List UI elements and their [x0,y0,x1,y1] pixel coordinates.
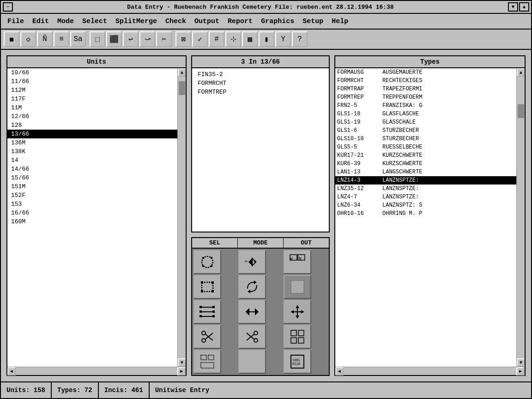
mode-lr-arrows-btn[interactable]: ⇐⇒ [238,250,266,274]
toolbar-btn-5[interactable]: Sa [70,31,86,47]
units-hscrollbar[interactable]: ◄ ► [7,367,186,375]
out-binary-btn[interactable]: 1001 0110 [284,350,311,374]
maximize-button[interactable]: ▲ [519,2,529,12]
unit-list-item[interactable]: 153 [7,200,177,208]
types-hscroll-track[interactable] [344,367,516,375]
items-list-item[interactable]: FORMRCHT [194,79,327,88]
out-cross-arrows-btn[interactable] [284,300,311,324]
toolbar-btn-11[interactable]: ⊠ [175,31,191,47]
toolbar-btn-3[interactable]: Ñ [37,31,53,47]
menu-item-select[interactable]: Select [79,16,111,27]
unit-list-item[interactable]: 136M [7,138,177,147]
menu-item-edit[interactable]: Edit [29,16,53,27]
items-list[interactable]: FIN35-2FORMRCHTFORMTREP [192,68,329,232]
unit-list-item[interactable]: 151M [7,182,177,191]
units-scroll-right[interactable]: ► [177,367,186,375]
toolbar-btn-4[interactable]: ≡ [54,31,69,47]
types-list-item[interactable]: FORMAUSGAUSGEMAUERTE [335,68,516,77]
types-list-item[interactable]: GLS1-18GLASFLASCHE [335,110,516,118]
system-button[interactable]: ─ [3,2,13,12]
toolbar-btn-6[interactable]: ⬚ [90,31,105,47]
toolbar-btn-9[interactable]: ⤻ [139,31,155,47]
toolbar-btn-12[interactable]: ✓ [192,31,208,47]
types-list-item[interactable]: LNZ14-3LANZNSPTZE: [335,176,516,185]
units-scroll-up[interactable]: ▲ [178,68,186,77]
unit-list-item[interactable]: 152F [7,191,177,200]
sel-circle-btn[interactable] [193,250,221,274]
out-grid-split-btn[interactable] [284,325,311,349]
types-scroll-thumb[interactable] [518,104,524,118]
sel-rect-btn[interactable] [193,275,221,299]
toolbar-btn-2[interactable]: ◇ [20,31,36,47]
menu-item-help[interactable]: Help [328,16,352,27]
types-list-item[interactable]: LNZ6-34LANZNSPTZ: S [335,201,516,209]
out-gray-sq-btn[interactable] [284,275,311,299]
menu-item-output[interactable]: Output [191,16,223,27]
types-list-item[interactable]: LAN1-13LANGSCHWERTE [335,168,516,176]
menu-item-file[interactable]: File [4,16,28,27]
toolbar-btn-16[interactable]: ▮ [259,31,274,47]
types-scroll-left[interactable]: ◄ [335,367,344,375]
mode-double-arrows-btn[interactable] [238,300,266,324]
types-list-item[interactable]: LNZ4-7LANZNSPTZE: [335,193,516,201]
unit-list-item[interactable]: 128 [7,121,177,130]
toolbar-btn-18[interactable]: ? [292,31,308,47]
items-list-item[interactable]: FIN35-2 [194,70,327,79]
mode-turn-arrows-btn[interactable] [238,275,266,299]
unit-list-item[interactable]: 14/66 [7,165,177,173]
types-list-item[interactable]: GLS1-19GLASSCHALE [335,118,516,126]
menu-item-splitmerge[interactable]: SplitMerge [112,16,161,27]
types-list-item[interactable]: FORMTRAPTRAPEZFOERMI [335,85,516,93]
minimize-button[interactable]: ▼ [508,2,518,12]
unit-list-item[interactable]: 14 [7,156,177,165]
unit-list-item[interactable]: 112M [7,86,177,95]
items-list-item[interactable]: FORMTREP [194,88,327,96]
menu-item-report[interactable]: Report [224,16,256,27]
types-list-item[interactable]: FRN2-5FRANZISKA: G [335,101,516,110]
units-scroll-down[interactable]: ▼ [178,358,186,367]
mode-empty-btn[interactable] [238,350,266,374]
toolbar-btn-13[interactable]: # [209,31,224,47]
toolbar-btn-8[interactable]: ↩ [123,31,139,47]
menu-item-setup[interactable]: Setup [299,16,327,27]
units-hscroll-track[interactable] [16,367,177,375]
sel-scissors-btn[interactable] [193,325,221,349]
units-list[interactable]: 10/6611/66112M117F11M12/6612813/66136M13… [7,68,177,367]
toolbar-btn-7[interactable]: ⬛ [106,31,122,47]
units-scrollbar[interactable]: ▲ ▼ [177,68,186,367]
units-scroll-left[interactable]: ◄ [7,367,16,375]
sel-shapes-btn[interactable] [193,350,221,374]
unit-list-item[interactable]: 12/66 [7,112,177,121]
toolbar-btn-14[interactable]: ⊹ [225,31,241,47]
types-list-item[interactable]: GLS10-10STURZBECHER [335,135,516,143]
unit-list-item[interactable]: 160M [7,217,177,226]
unit-list-item[interactable]: 10/66 [7,68,177,77]
types-scroll-right[interactable]: ► [516,367,525,375]
menu-item-check[interactable]: Check [162,16,190,27]
unit-list-item[interactable]: 16/66 [7,208,177,217]
toolbar-btn-10[interactable]: ✂ [156,31,172,47]
types-list-item[interactable]: KUR17-21KURZSCHWERTE [335,151,516,160]
toolbar-btn-15[interactable]: ▦ [242,31,258,47]
toolbar-btn-1[interactable]: ◼ [4,31,19,47]
types-scroll-up[interactable]: ▲ [517,68,525,77]
unit-list-item[interactable]: 138K [7,147,177,156]
sel-lines-btn[interactable] [193,300,221,324]
types-list-item[interactable]: FORMTREPTREPPENFOERM [335,93,516,101]
types-list-item[interactable]: LNZ35-12LANZNSPTZE: [335,185,516,193]
types-list-item[interactable]: FORMRCHTRECHTECKIGES [335,77,516,85]
types-list-item[interactable]: KUR6-39KURZSCHWERTE [335,160,516,168]
types-list-item[interactable]: GLS1-6STURZBECHER [335,126,516,135]
unit-list-item[interactable]: 15/66 [7,173,177,182]
unit-list-item[interactable]: 11M [7,103,177,112]
menu-item-graphics[interactable]: Graphics [257,16,298,27]
unit-list-item[interactable]: 11/66 [7,77,177,86]
toolbar-btn-17[interactable]: Y [275,31,291,47]
unit-list-item[interactable]: 13/66 [7,130,177,138]
mode-scissors-btn[interactable] [238,325,266,349]
types-scrollbar[interactable]: ▲ ▼ [516,68,525,367]
types-list-item[interactable]: GLS5-5RUESSELBECHE [335,143,516,151]
types-scroll-down[interactable]: ▼ [517,358,525,367]
types-list-item[interactable]: OHR10-16OHRRING M. P [335,209,516,218]
units-scroll-thumb[interactable] [179,81,185,95]
